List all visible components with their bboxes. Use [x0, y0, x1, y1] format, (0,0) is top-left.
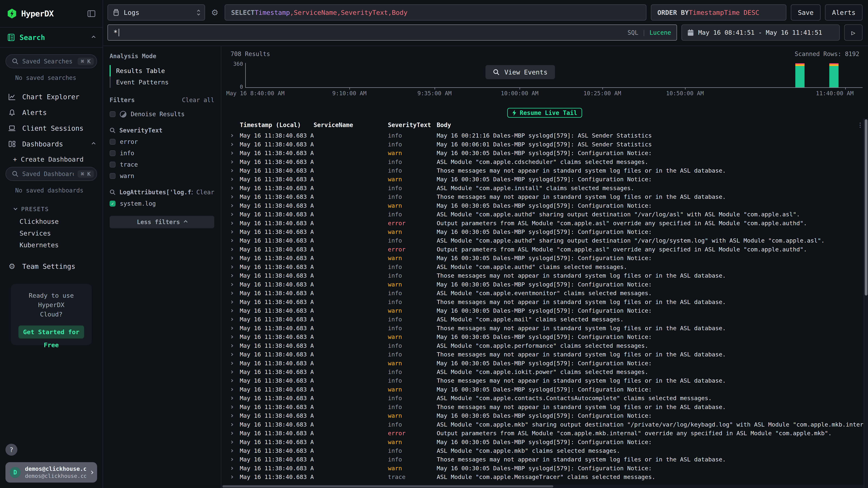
- row-expand-chevron-icon[interactable]: [230, 423, 240, 426]
- preset-item-services[interactable]: Services: [5, 227, 97, 239]
- horizontal-scrollbar[interactable]: [221, 485, 864, 488]
- table-row[interactable]: May 16 11:38:40.683 AMwarnMay 16 00:30:0…: [230, 175, 868, 184]
- row-expand-chevron-icon[interactable]: [230, 380, 240, 382]
- row-expand-chevron-icon[interactable]: [230, 388, 240, 391]
- save-button[interactable]: Save: [791, 4, 820, 21]
- row-expand-chevron-icon[interactable]: [230, 152, 240, 154]
- row-expand-chevron-icon[interactable]: [230, 257, 240, 259]
- row-expand-chevron-icon[interactable]: [230, 274, 240, 277]
- table-row[interactable]: May 16 11:38:40.683 AMinfoASL Module "co…: [230, 184, 868, 193]
- row-expand-chevron-icon[interactable]: [230, 292, 240, 294]
- sidebar-item-client-sessions[interactable]: Client Sessions: [5, 120, 97, 136]
- language-toggle-lucene[interactable]: Lucene: [650, 29, 671, 36]
- table-row[interactable]: May 16 11:38:40.683 AMinfoThose messages…: [230, 324, 868, 332]
- search-query-input[interactable]: * SQL | Lucene: [107, 24, 677, 41]
- row-expand-chevron-icon[interactable]: [230, 134, 240, 137]
- row-expand-chevron-icon[interactable]: [230, 310, 240, 312]
- source-select[interactable]: Logs: [107, 4, 205, 21]
- chevron-up-icon[interactable]: [92, 142, 95, 146]
- row-expand-chevron-icon[interactable]: [230, 178, 240, 181]
- saved-searches-input[interactable]: Saved Searches ⌘ K: [5, 54, 97, 68]
- results-histogram[interactable]: 360 0 View Events May 16 8:40:00 AM9:10:…: [245, 63, 863, 88]
- saved-dashboards-input[interactable]: Saved Dashboards ⌘ K: [5, 167, 97, 181]
- chevron-up-icon[interactable]: [92, 35, 95, 39]
- table-row[interactable]: May 16 11:38:40.683 AMwarnMay 16 00:30:0…: [230, 149, 868, 157]
- checkbox[interactable]: ✓: [110, 201, 116, 206]
- row-expand-chevron-icon[interactable]: [230, 450, 240, 452]
- help-button[interactable]: ?: [5, 444, 18, 456]
- row-expand-chevron-icon[interactable]: [230, 196, 240, 198]
- row-expand-chevron-icon[interactable]: [230, 248, 240, 251]
- sidebar-item-chart-explorer[interactable]: Chart Explorer: [5, 89, 97, 105]
- table-row[interactable]: May 16 11:38:40.683 AMinfoASL Module "co…: [230, 315, 868, 324]
- row-expand-chevron-icon[interactable]: [230, 397, 240, 399]
- column-header-body[interactable]: Body: [437, 122, 855, 129]
- row-expand-chevron-icon[interactable]: [230, 222, 240, 224]
- checkbox[interactable]: [110, 150, 116, 156]
- language-toggle-sql[interactable]: SQL: [627, 29, 638, 36]
- row-expand-chevron-icon[interactable]: [230, 161, 240, 163]
- table-row[interactable]: May 16 11:38:40.683 AMinfoASL Module "co…: [230, 341, 868, 350]
- table-row[interactable]: May 16 11:38:40.683 AMwarnMay 16 00:30:0…: [230, 280, 868, 289]
- view-events-button[interactable]: View Events: [485, 65, 555, 79]
- filter-option[interactable]: ✓system.log: [110, 200, 214, 207]
- histogram-bar[interactable]: [829, 63, 839, 87]
- table-row[interactable]: May 16 11:38:40.683 AMwarnMay 16 00:30:0…: [230, 437, 868, 446]
- row-expand-chevron-icon[interactable]: [230, 143, 240, 145]
- table-row[interactable]: May 16 11:38:40.683 AMinfoThose messages…: [230, 271, 868, 280]
- checkbox[interactable]: [110, 111, 116, 117]
- table-row[interactable]: May 16 11:38:40.683 AMinfoMay 16 00:06:0…: [230, 140, 868, 149]
- less-filters-button[interactable]: Less filters: [110, 216, 214, 228]
- row-expand-chevron-icon[interactable]: [230, 441, 240, 443]
- analysis-mode-option[interactable]: Event Patterns: [110, 76, 214, 88]
- table-row[interactable]: May 16 11:38:40.683 AMerrorOutput parame…: [230, 429, 868, 437]
- table-row[interactable]: May 16 11:38:40.683 AMwarnMay 16 00:30:0…: [230, 359, 868, 367]
- row-expand-chevron-icon[interactable]: [230, 318, 240, 321]
- sidebar-collapse-icon[interactable]: [87, 10, 95, 17]
- table-row[interactable]: May 16 11:38:40.683 AMinfoASL Module "co…: [230, 289, 868, 297]
- analysis-mode-option[interactable]: Results Table: [110, 65, 214, 76]
- table-row[interactable]: May 16 11:38:40.683 AMinfoASL Module "co…: [230, 210, 868, 219]
- table-row[interactable]: May 16 11:38:40.683 AMinfoThose messages…: [230, 297, 868, 306]
- table-row[interactable]: May 16 11:38:40.683 AMinfoASL Module "co…: [230, 236, 868, 245]
- column-header-servicename[interactable]: ServiceName: [314, 122, 388, 129]
- table-row[interactable]: May 16 11:38:40.683 AMinfoASL Module "co…: [230, 368, 868, 376]
- table-row[interactable]: May 16 11:38:40.683 AMinfoASL Module "co…: [230, 394, 868, 402]
- row-expand-chevron-icon[interactable]: [230, 432, 240, 434]
- filter-option[interactable]: warn: [110, 172, 214, 180]
- table-row[interactable]: May 16 11:38:40.683 AMinfoASL Module "co…: [230, 263, 868, 271]
- checkbox[interactable]: [110, 173, 116, 179]
- table-row[interactable]: May 16 11:38:40.683 AMwarnMay 16 00:30:0…: [230, 385, 868, 394]
- vertical-scrollbar[interactable]: [864, 118, 868, 488]
- table-options-kebab-icon[interactable]: ⋮: [857, 122, 863, 129]
- row-expand-chevron-icon[interactable]: [230, 476, 240, 478]
- source-settings-gear-icon[interactable]: ⚙: [209, 4, 220, 21]
- row-expand-chevron-icon[interactable]: [230, 301, 240, 303]
- row-expand-chevron-icon[interactable]: [230, 169, 240, 172]
- order-by-input[interactable]: ORDER BY TimestampTime DESC: [651, 4, 786, 21]
- sidebar-item-search[interactable]: Search: [0, 27, 102, 48]
- facet-clear-button[interactable]: Clear: [196, 189, 214, 196]
- table-row[interactable]: May 16 11:38:40.683 AMwarnMay 16 00:30:0…: [230, 464, 868, 473]
- create-dashboard-button[interactable]: + Create Dashboard: [5, 152, 97, 167]
- alerts-button[interactable]: Alerts: [825, 4, 863, 21]
- filter-option[interactable]: info: [110, 150, 214, 157]
- row-expand-chevron-icon[interactable]: [230, 467, 240, 469]
- row-expand-chevron-icon[interactable]: [230, 266, 240, 268]
- row-expand-chevron-icon[interactable]: [230, 406, 240, 408]
- row-expand-chevron-icon[interactable]: [230, 327, 240, 329]
- user-account-chip[interactable]: D demos@clickhouse.com demos@clickhouse.…: [5, 462, 97, 483]
- table-row[interactable]: May 16 11:38:40.683 AMinfoASL Module "co…: [230, 157, 868, 166]
- row-expand-chevron-icon[interactable]: [230, 336, 240, 338]
- table-row[interactable]: May 16 11:38:40.683 AMinfoMay 16 00:21:1…: [230, 131, 868, 140]
- table-row[interactable]: May 16 11:38:40.683 AMinfoThose messages…: [230, 350, 868, 359]
- sidebar-item-alerts[interactable]: Alerts: [5, 105, 97, 120]
- checkbox[interactable]: [110, 139, 116, 145]
- filter-option[interactable]: trace: [110, 161, 214, 168]
- get-started-button[interactable]: Get Started for Free: [19, 326, 84, 338]
- table-row[interactable]: May 16 11:38:40.683 AMwarnMay 16 00:30:0…: [230, 254, 868, 262]
- row-expand-chevron-icon[interactable]: [230, 187, 240, 189]
- row-expand-chevron-icon[interactable]: [230, 205, 240, 207]
- row-expand-chevron-icon[interactable]: [230, 283, 240, 286]
- row-expand-chevron-icon[interactable]: [230, 353, 240, 356]
